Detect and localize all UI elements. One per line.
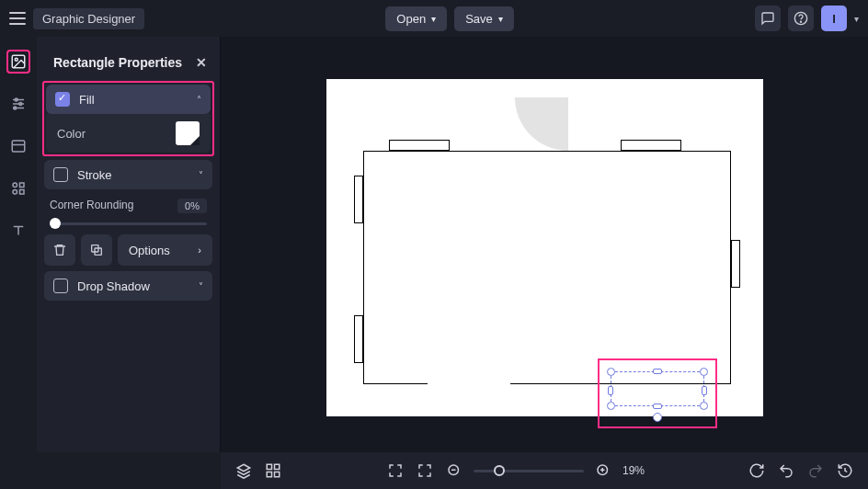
text-tool[interactable] bbox=[6, 219, 30, 243]
resize-handle-top[interactable] bbox=[653, 369, 662, 374]
svg-point-1 bbox=[800, 21, 801, 22]
rotation-handle[interactable] bbox=[653, 413, 662, 422]
chevron-right-icon: › bbox=[198, 244, 201, 256]
image-tool[interactable] bbox=[6, 50, 30, 74]
close-icon[interactable]: ✕ bbox=[196, 55, 207, 70]
stroke-label: Stroke bbox=[77, 168, 112, 182]
undo-button[interactable] bbox=[776, 461, 796, 481]
resize-handle-tr[interactable] bbox=[700, 368, 708, 376]
zoom-in-button[interactable] bbox=[593, 461, 613, 481]
history-button[interactable] bbox=[835, 461, 855, 481]
dropshadow-label: Drop Shadow bbox=[77, 279, 150, 293]
slider-thumb[interactable] bbox=[50, 218, 61, 229]
rect-top-left[interactable] bbox=[389, 140, 450, 151]
svg-point-3 bbox=[15, 58, 17, 61]
zoom-out-button[interactable] bbox=[444, 461, 464, 481]
fill-section-header[interactable]: Fill ˄ bbox=[46, 85, 211, 114]
dropshadow-checkbox[interactable] bbox=[53, 279, 68, 293]
resize-handle-bottom[interactable] bbox=[653, 404, 662, 409]
rect-outer[interactable] bbox=[363, 151, 731, 384]
save-button[interactable]: Save▾ bbox=[454, 6, 514, 31]
fullscreen-button[interactable] bbox=[385, 461, 405, 481]
svg-rect-10 bbox=[12, 141, 25, 152]
dropshadow-section-header[interactable]: Drop Shadow ˅ bbox=[44, 271, 212, 301]
color-label: Color bbox=[57, 127, 86, 141]
rect-right[interactable] bbox=[731, 240, 740, 288]
refresh-button[interactable] bbox=[747, 461, 767, 481]
bottom-toolbar: 19% bbox=[221, 452, 868, 489]
stroke-section-header[interactable]: Stroke ˅ bbox=[44, 160, 212, 189]
avatar[interactable]: I bbox=[821, 6, 847, 31]
resize-handle-left[interactable] bbox=[608, 386, 613, 395]
panel-title: Rectangle Properties bbox=[53, 55, 182, 70]
svg-rect-19 bbox=[275, 464, 280, 469]
rect-top-right[interactable] bbox=[621, 140, 681, 151]
gap-bottom bbox=[428, 375, 510, 386]
open-button[interactable]: Open▾ bbox=[385, 6, 447, 31]
svg-rect-18 bbox=[267, 464, 271, 469]
fill-section-highlight: Fill ˄ Color bbox=[42, 81, 214, 156]
left-rail bbox=[0, 37, 37, 489]
fit-button[interactable] bbox=[415, 461, 435, 481]
svg-rect-13 bbox=[20, 183, 25, 188]
options-button[interactable]: Options › bbox=[118, 234, 212, 266]
grid-button[interactable] bbox=[263, 461, 283, 481]
rect-left-upper[interactable] bbox=[354, 176, 363, 223]
corner-rounding-slider[interactable] bbox=[50, 222, 207, 225]
resize-handle-bl[interactable] bbox=[607, 402, 615, 410]
resize-handle-tl[interactable] bbox=[607, 368, 615, 376]
svg-rect-15 bbox=[20, 190, 25, 195]
comment-button[interactable] bbox=[755, 6, 781, 31]
menu-button[interactable] bbox=[9, 12, 26, 25]
app-title: Graphic Designer bbox=[33, 8, 144, 29]
chevron-down-icon[interactable]: ˅ bbox=[199, 281, 203, 291]
properties-panel: Rectangle Properties ✕ Fill ˄ Color Stro… bbox=[37, 37, 221, 452]
svg-rect-21 bbox=[275, 472, 280, 477]
fill-label: Fill bbox=[79, 93, 95, 107]
chevron-down-icon: ▾ bbox=[498, 14, 503, 24]
fill-checkbox[interactable] bbox=[55, 92, 70, 107]
corner-rounding-value[interactable]: 0% bbox=[177, 199, 207, 213]
stroke-checkbox[interactable] bbox=[53, 167, 68, 182]
options-label: Options bbox=[129, 244, 170, 257]
quarter-circle-shape[interactable] bbox=[515, 97, 568, 151]
svg-point-14 bbox=[13, 190, 17, 195]
svg-rect-20 bbox=[267, 472, 271, 477]
layers-button[interactable] bbox=[234, 461, 254, 481]
redo-button[interactable] bbox=[805, 461, 826, 481]
canvas[interactable] bbox=[221, 37, 868, 452]
resize-handle-br[interactable] bbox=[700, 402, 708, 410]
layout-tool[interactable] bbox=[6, 134, 30, 158]
duplicate-button[interactable] bbox=[81, 234, 112, 266]
fill-color-swatch[interactable] bbox=[176, 121, 200, 145]
selected-rectangle[interactable] bbox=[611, 371, 704, 406]
chevron-down-icon: ▾ bbox=[431, 14, 436, 24]
fill-color-row: Color bbox=[46, 114, 211, 153]
chevron-down-icon[interactable]: ˅ bbox=[199, 170, 203, 180]
rect-left-lower[interactable] bbox=[354, 315, 363, 363]
chevron-up-icon[interactable]: ˄ bbox=[197, 95, 201, 105]
zoom-percentage: 19% bbox=[622, 464, 645, 477]
shapes-tool[interactable] bbox=[6, 176, 30, 200]
corner-rounding-label: Corner Rounding bbox=[50, 199, 133, 213]
resize-handle-right[interactable] bbox=[702, 386, 707, 395]
help-button[interactable] bbox=[788, 6, 814, 31]
zoom-slider[interactable] bbox=[474, 470, 584, 472]
save-label: Save bbox=[465, 12, 493, 26]
sliders-tool[interactable] bbox=[6, 92, 30, 116]
selection-highlight bbox=[598, 358, 717, 428]
account-menu-chevron[interactable]: ▾ bbox=[854, 14, 859, 24]
open-label: Open bbox=[396, 12, 426, 26]
svg-point-12 bbox=[13, 183, 17, 188]
delete-button[interactable] bbox=[44, 234, 75, 266]
zoom-slider-thumb[interactable] bbox=[494, 465, 505, 476]
